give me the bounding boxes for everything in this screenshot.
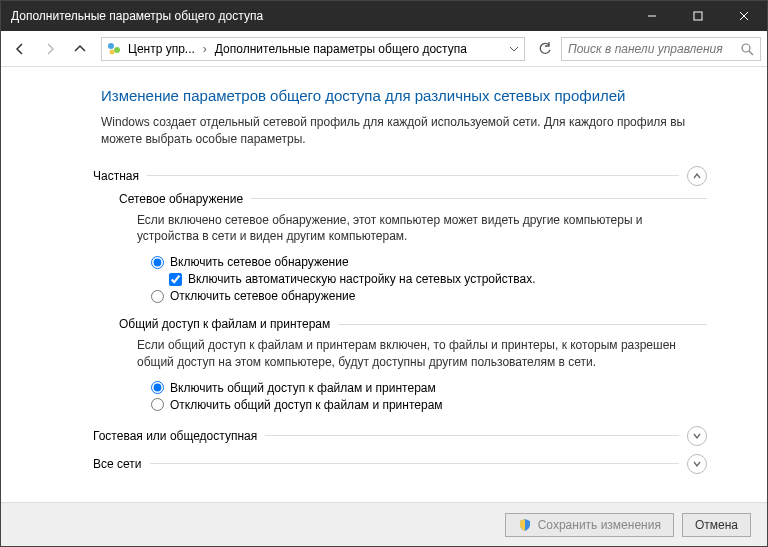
radio-discovery-off-input[interactable] — [151, 290, 164, 303]
section-private[interactable]: Частная — [93, 166, 707, 186]
breadcrumb-dropdown-icon[interactable] — [506, 40, 522, 58]
maximize-button[interactable] — [675, 1, 721, 31]
radio-sharing-off[interactable]: Отключить общий доступ к файлам и принте… — [151, 398, 707, 412]
chevron-up-icon[interactable] — [687, 166, 707, 186]
forward-button[interactable] — [37, 36, 63, 62]
check-auto-config-input[interactable] — [169, 273, 182, 286]
search-input[interactable] — [568, 42, 728, 56]
svg-point-7 — [742, 44, 750, 52]
page-heading: Изменение параметров общего доступа для … — [101, 87, 707, 104]
check-auto-config[interactable]: Включить автоматическую настройку на сет… — [169, 272, 707, 286]
back-button[interactable] — [7, 36, 33, 62]
svg-point-4 — [108, 43, 114, 49]
content-area: Изменение параметров общего доступа для … — [1, 67, 767, 502]
network-icon — [106, 41, 122, 57]
discovery-desc: Если включено сетевое обнаружение, этот … — [137, 212, 707, 246]
footer: Сохранить изменения Отмена — [1, 502, 767, 546]
chevron-down-icon[interactable] — [687, 454, 707, 474]
discovery-title: Сетевое обнаружение — [119, 192, 243, 206]
svg-line-8 — [749, 51, 753, 55]
subsection-sharing: Общий доступ к файлам и принтерам Если о… — [119, 317, 707, 412]
sharing-desc: Если общий доступ к файлам и принтерам в… — [137, 337, 707, 371]
radio-discovery-off[interactable]: Отключить сетевое обнаружение — [151, 289, 707, 303]
svg-point-5 — [114, 47, 120, 53]
section-guest-label: Гостевая или общедоступная — [93, 429, 257, 443]
page-description: Windows создает отдельный сетевой профил… — [101, 114, 707, 148]
chevron-right-icon: › — [201, 42, 209, 56]
sharing-title: Общий доступ к файлам и принтерам — [119, 317, 330, 331]
search-box[interactable] — [561, 37, 761, 61]
save-button[interactable]: Сохранить изменения — [505, 513, 674, 537]
section-guest[interactable]: Гостевая или общедоступная — [93, 426, 707, 446]
breadcrumb-seg-2[interactable]: Дополнительные параметры общего доступа — [211, 42, 471, 56]
window-title: Дополнительные параметры общего доступа — [11, 9, 629, 23]
titlebar: Дополнительные параметры общего доступа — [1, 1, 767, 31]
up-button[interactable] — [67, 36, 93, 62]
search-icon — [740, 42, 754, 56]
section-all-networks[interactable]: Все сети — [93, 454, 707, 474]
breadcrumb-seg-1[interactable]: Центр упр... — [124, 42, 199, 56]
refresh-button[interactable] — [533, 37, 557, 61]
shield-icon — [518, 518, 532, 532]
radio-sharing-on[interactable]: Включить общий доступ к файлам и принтер… — [151, 381, 707, 395]
svg-rect-1 — [694, 12, 702, 20]
cancel-button[interactable]: Отмена — [682, 513, 751, 537]
radio-sharing-off-input[interactable] — [151, 398, 164, 411]
chevron-down-icon[interactable] — [687, 426, 707, 446]
breadcrumb[interactable]: Центр упр... › Дополнительные параметры … — [101, 37, 525, 61]
svg-point-6 — [110, 49, 115, 54]
section-all-label: Все сети — [93, 457, 142, 471]
radio-discovery-on-input[interactable] — [151, 256, 164, 269]
close-button[interactable] — [721, 1, 767, 31]
section-private-label: Частная — [93, 169, 139, 183]
minimize-button[interactable] — [629, 1, 675, 31]
navbar: Центр упр... › Дополнительные параметры … — [1, 31, 767, 67]
subsection-discovery: Сетевое обнаружение Если включено сетево… — [119, 192, 707, 304]
radio-discovery-on[interactable]: Включить сетевое обнаружение — [151, 255, 707, 269]
radio-sharing-on-input[interactable] — [151, 381, 164, 394]
